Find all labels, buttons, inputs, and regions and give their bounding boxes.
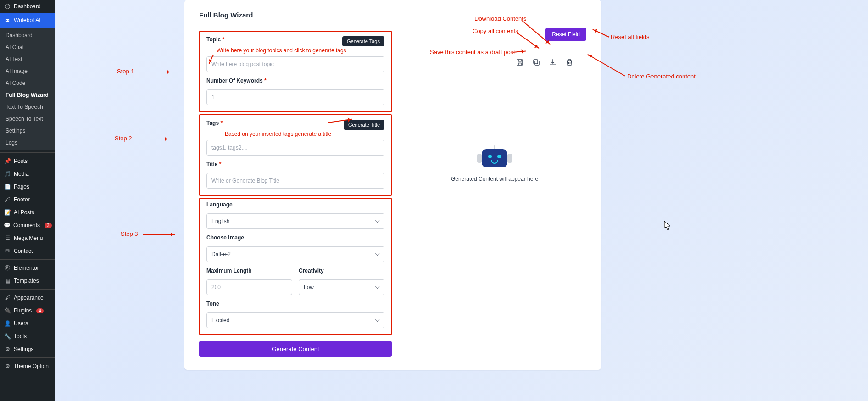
max-length-label: Maximum Length [206, 267, 292, 274]
step1-annotation: Step 1 [117, 68, 171, 75]
svg-point-3 [8, 20, 9, 21]
num-keywords-label: Number Of Keywords * [206, 78, 384, 84]
sidebar-sub-aichat[interactable]: AI Chat [0, 41, 55, 53]
sidebar-sub-aicode[interactable]: AI Code [0, 77, 55, 89]
sidebar-sub-settings[interactable]: Settings [0, 125, 55, 137]
sidebar-item-posts[interactable]: 📌Posts [0, 155, 55, 167]
comments-badge: 3 [45, 223, 52, 228]
tone-label: Tone [206, 301, 384, 307]
sidebar-label: AI Posts [14, 209, 34, 216]
sidebar-label: Pages [14, 184, 29, 190]
title-label: Title * [206, 161, 384, 167]
step3-box: Language English Choose Image Dall-e-2 M… [199, 198, 392, 335]
step2-annotation: Step 2 [115, 135, 169, 142]
language-label: Language [206, 201, 384, 208]
creativity-select[interactable]: Low [299, 279, 384, 295]
svg-rect-1 [6, 19, 9, 22]
sidebar-sub-aiimage[interactable]: AI Image [0, 65, 55, 77]
sidebar-label: Footer [14, 196, 30, 203]
sidebar-item-media[interactable]: 🎵Media [0, 167, 55, 180]
plugins-badge: 4 [36, 308, 44, 313]
sidebar-label: Media [14, 171, 29, 177]
num-keywords-input[interactable] [206, 89, 384, 105]
topic-label: Topic * [206, 36, 224, 43]
page-icon: 📄 [4, 183, 11, 190]
sidebar-item-contact[interactable]: ✉Contact [0, 245, 55, 257]
media-icon: 🎵 [4, 170, 11, 178]
sidebar-item-aiposts[interactable]: 📝AI Posts [0, 206, 55, 219]
sidebar-item-megamenu[interactable]: ☰Mega Menu [0, 232, 55, 245]
sidebar-item-templates[interactable]: ▦Templates [0, 274, 55, 287]
sidebar-sub-dashboard[interactable]: Dashboard [0, 29, 55, 41]
admin-sidebar: Dashboard Writebot AI Dashboard AI Chat … [0, 0, 55, 401]
sidebar-item-users[interactable]: 👤Users [0, 317, 55, 330]
menu-icon: ☰ [4, 234, 11, 242]
tags-help-annotation: Based on your inserted tags generate a t… [225, 131, 384, 137]
max-length-input[interactable] [206, 279, 292, 295]
elementor-icon: Ⓔ [4, 264, 11, 272]
comment-icon: 💬 [4, 222, 11, 229]
speedometer-icon [4, 3, 11, 10]
step1-box: Topic * Generate Tags Write here your bl… [199, 31, 392, 112]
wrench-icon: 🔧 [4, 333, 11, 340]
sidebar-label: Writebot AI [14, 17, 40, 23]
reset-annotation: Reset all fields [611, 33, 650, 40]
sidebar-sub-aitext[interactable]: AI Text [0, 53, 55, 65]
sidebar-item-settings[interactable]: ⚙Settings [0, 343, 55, 356]
step2-box: Tags * Generate Title Based on your inse… [199, 114, 392, 196]
topic-help-annotation: Write here your blog topics and click to… [217, 47, 384, 54]
sidebar-item-themeoption[interactable]: ⚙Theme Option [0, 360, 55, 373]
title-input[interactable] [206, 173, 384, 189]
sliders-icon: ⚙ [4, 362, 11, 370]
svg-rect-5 [535, 61, 539, 65]
choose-image-select[interactable]: Dall-e-2 [206, 246, 384, 262]
pin-icon: 📌 [4, 157, 11, 165]
form-column: Topic * Generate Tags Write here your bl… [199, 31, 392, 357]
sidebar-item-pages[interactable]: 📄Pages [0, 180, 55, 193]
ai-post-icon: 📝 [4, 209, 11, 216]
sidebar-item-footer[interactable]: 🖌Footer [0, 193, 55, 206]
wizard-card: Full Blog Wizard Topic * Generate Tags W… [184, 0, 601, 370]
mouse-cursor [664, 221, 672, 230]
placeholder-text: Generated Content will appear here [403, 176, 586, 182]
sidebar-label: Dashboard [14, 3, 41, 10]
sidebar-item-plugins[interactable]: 🔌Plugins4 [0, 304, 55, 317]
language-select[interactable]: English [206, 213, 384, 229]
sidebar-item-appearance[interactable]: 🖌Appearance [0, 291, 55, 304]
tone-select[interactable]: Excited [206, 312, 384, 328]
reset-field-button[interactable]: Reset Field [545, 28, 586, 41]
bot-icon [478, 145, 511, 169]
sidebar-item-tools[interactable]: 🔧Tools [0, 330, 55, 343]
copy-icon[interactable] [532, 58, 540, 67]
sidebar-item-writebot[interactable]: Writebot AI [0, 13, 55, 28]
sidebar-label: Mega Menu [14, 235, 43, 241]
sidebar-label: Comments [13, 222, 40, 228]
sidebar-label: Plugins [14, 307, 32, 314]
sidebar-sub-fullblog[interactable]: Full Blog Wizard [0, 89, 55, 101]
output-placeholder: Generated Content will appear here [403, 145, 586, 182]
sidebar-item-elementor[interactable]: ⒺElementor [0, 262, 55, 274]
save-draft-icon[interactable] [516, 58, 524, 67]
sidebar-label: Posts [14, 158, 28, 164]
sidebar-label: Users [14, 320, 28, 327]
svg-rect-4 [517, 60, 523, 65]
user-icon: 👤 [4, 320, 11, 327]
sidebar-sub-logs[interactable]: Logs [0, 137, 55, 149]
sidebar-sub-tts[interactable]: Text To Speech [0, 101, 55, 113]
sidebar-item-comments[interactable]: 💬Comments3 [0, 219, 55, 232]
creativity-label: Creativity [299, 267, 384, 274]
brush2-icon: 🖌 [4, 294, 11, 301]
download-icon[interactable] [549, 58, 557, 67]
sidebar-sub-stt[interactable]: Speech To Text [0, 113, 55, 125]
step3-annotation: Step 3 [121, 230, 175, 237]
generate-content-button[interactable]: Generate Content [199, 341, 392, 357]
tags-input[interactable] [206, 140, 384, 156]
delete-annotation: Delete Generated content [627, 73, 696, 80]
sidebar-label: Templates [14, 278, 39, 284]
generate-tags-button[interactable]: Generate Tags [342, 36, 384, 46]
sidebar-item-dashboard[interactable]: Dashboard [0, 0, 55, 13]
delete-icon[interactable] [565, 58, 573, 67]
topic-input[interactable] [206, 56, 384, 72]
copy-annotation: Copy all contents [473, 28, 518, 34]
output-toolbar [516, 58, 573, 67]
